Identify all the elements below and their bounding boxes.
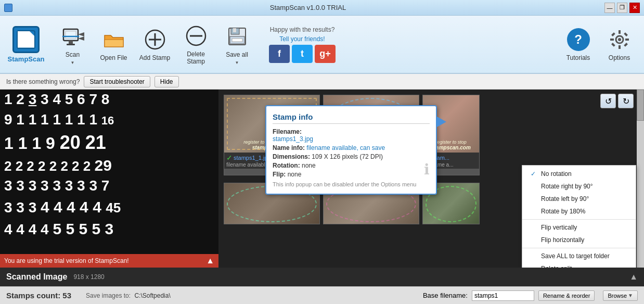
twitter-button[interactable]: t bbox=[292, 45, 313, 63]
close-button[interactable]: ✕ bbox=[629, 3, 640, 13]
stamps-count-bar: Stamps count: 53 Save images to: C:\Soft… bbox=[0, 286, 644, 304]
scan-label: Scan bbox=[66, 51, 80, 58]
nameinfo-label: Name info: bbox=[273, 144, 305, 151]
rename-reorder-button[interactable]: Rename & reorder bbox=[538, 290, 595, 301]
svg-rect-31 bbox=[624, 32, 628, 36]
tutorials-button[interactable]: ? Tutorials bbox=[559, 20, 598, 69]
googleplus-button[interactable]: g+ bbox=[315, 45, 336, 63]
stamp-numbers-3: 1 1 1 9 20 21 bbox=[0, 130, 218, 155]
add-stamp-label: Add Stamp bbox=[139, 54, 170, 61]
trial-text: You are using the trial version of Stamp… bbox=[4, 257, 129, 264]
notification-question: Is there something wrong? bbox=[6, 78, 80, 85]
troubleshooter-button[interactable]: Start troubleshooter bbox=[84, 76, 150, 87]
rotation-label: Rotation: bbox=[273, 162, 300, 169]
ctx-label-delete-split: Delete split bbox=[541, 265, 572, 268]
social-text-1: Happy with the results? bbox=[270, 26, 335, 33]
right-panel: ↺ ↻ register to stop watermarksstampscan… bbox=[218, 90, 644, 268]
ctx-rotate-right[interactable]: Rotate right by 90° bbox=[522, 180, 636, 193]
restore-button[interactable]: ❐ bbox=[617, 3, 627, 13]
svg-rect-4 bbox=[21, 37, 28, 39]
tutorials-label: Tutorials bbox=[566, 54, 590, 61]
save-svg bbox=[226, 25, 249, 48]
scrollbar-thumb[interactable] bbox=[637, 90, 644, 121]
ctx-label-rotate-left: Rotate left by 90° bbox=[541, 195, 589, 202]
svg-rect-29 bbox=[625, 39, 629, 41]
titlebar: StampScan v1.0.0 TRIAL — ❐ ✕ bbox=[0, 0, 644, 16]
delete-stamp-icon bbox=[184, 23, 209, 48]
rotate-right-button[interactable]: ↻ bbox=[618, 94, 634, 108]
ctx-label-flip-horizontal: Flip horizontally bbox=[541, 236, 584, 244]
scan-dropdown-arrow[interactable]: ▼ bbox=[71, 60, 75, 65]
delete-stamp-button[interactable]: Delete Stamp bbox=[176, 20, 215, 69]
context-menu: ✓ No rotation Rotate right by 90° Rotate… bbox=[522, 165, 636, 268]
ctx-rotate-left[interactable]: Rotate left by 90° bbox=[522, 193, 636, 205]
browse-button[interactable]: Browse ▼ bbox=[603, 290, 638, 301]
trial-banner: You are using the trial version of Stamp… bbox=[0, 254, 218, 268]
open-file-button[interactable]: Open File bbox=[94, 20, 133, 69]
ctx-delete-split[interactable]: Delete split bbox=[522, 262, 636, 268]
ctx-save-all[interactable]: Save ALL to target folder bbox=[522, 250, 636, 262]
popup-arrow bbox=[437, 117, 446, 127]
svg-rect-2 bbox=[20, 32, 29, 36]
nameinfo-value: filename available, can save bbox=[306, 144, 385, 151]
dimensions-label: Dimensions: bbox=[273, 153, 310, 160]
rotation-value: none bbox=[302, 162, 316, 169]
svg-rect-0 bbox=[17, 31, 35, 48]
stamp-numbers-2: 9 1 1 1 1 1 1 1 16 bbox=[0, 110, 218, 130]
ctx-rotate-180[interactable]: Rotate by 180% bbox=[522, 205, 636, 218]
hide-button[interactable]: Hide bbox=[154, 76, 179, 87]
svg-rect-10 bbox=[69, 41, 73, 44]
save-all-label: Save all bbox=[226, 51, 248, 58]
base-filename-input[interactable] bbox=[472, 290, 534, 301]
ctx-no-rotation[interactable]: ✓ No rotation bbox=[522, 168, 636, 180]
brand-logo-icon bbox=[16, 30, 36, 49]
rotate-buttons: ↺ ↻ bbox=[600, 94, 634, 108]
bottom-expand-button[interactable]: ▲ bbox=[629, 272, 638, 282]
stamp-numbers-6: 3 3 3 4 4 4 4 4 45 bbox=[0, 196, 218, 218]
info-row-flip: Flip: none bbox=[273, 171, 430, 178]
svg-rect-26 bbox=[619, 30, 621, 34]
dimensions-value: 109 X 126 pixels (72 DPI) bbox=[312, 153, 383, 160]
ctx-flip-horizontal[interactable]: Flip horizontally bbox=[522, 234, 636, 246]
right-scrollbar[interactable] bbox=[637, 90, 644, 268]
options-label: Options bbox=[609, 54, 630, 61]
gear-svg bbox=[609, 29, 630, 50]
check-icon-1: ✓ bbox=[226, 154, 233, 162]
stamps-count: Stamps count: 53 bbox=[6, 291, 71, 300]
flip-value: none bbox=[288, 171, 302, 178]
notification-bar: Is there something wrong? Start troubles… bbox=[0, 74, 644, 90]
add-stamp-button[interactable]: Add Stamp bbox=[135, 20, 174, 69]
save-to-path: C:\Softpedia\ bbox=[134, 292, 170, 299]
options-button[interactable]: Options bbox=[600, 20, 639, 69]
save-dropdown-arrow[interactable]: ▼ bbox=[235, 60, 239, 65]
open-file-icon bbox=[101, 27, 126, 52]
save-images-label: Save images to: C:\Softpedia\ bbox=[86, 292, 171, 299]
stamp-numbers-7: 4 4 4 4 5 5 5 5 3 bbox=[0, 218, 218, 240]
svg-rect-5 bbox=[21, 40, 28, 41]
save-all-button[interactable]: Save all ▼ bbox=[217, 20, 256, 69]
brand-label: StampScan bbox=[8, 55, 45, 63]
scan-button[interactable]: Scan ▼ bbox=[53, 20, 92, 69]
flip-label: Flip: bbox=[273, 171, 286, 178]
ctx-label-save-all: Save ALL to target folder bbox=[541, 252, 610, 260]
info-circle-icon: ℹ bbox=[424, 161, 430, 178]
main-content: 1 2 3 3 4 5 6 7 8 9 1 1 1 1 1 1 1 16 1 1… bbox=[0, 90, 644, 268]
rotate-left-button[interactable]: ↺ bbox=[600, 94, 616, 108]
info-note: This info popup can be disabled under th… bbox=[273, 181, 430, 187]
filename-value: stamps1_3.jpg bbox=[273, 135, 313, 143]
svg-rect-33 bbox=[624, 43, 628, 47]
social-link[interactable]: Tell your friends! bbox=[279, 35, 325, 43]
trial-expand-button[interactable]: ▲ bbox=[206, 256, 214, 265]
add-stamp-icon bbox=[143, 27, 168, 52]
info-row-rotation: Rotation: none bbox=[273, 162, 430, 169]
facebook-button[interactable]: f bbox=[269, 45, 290, 63]
base-filename-label: Base filename: bbox=[423, 292, 468, 299]
svg-rect-21 bbox=[233, 28, 236, 32]
svg-rect-6 bbox=[21, 42, 26, 43]
stamp-numbers-1: 1 2 3 3 4 5 6 7 8 bbox=[0, 90, 218, 110]
ctx-flip-vertical[interactable]: Flip vertically bbox=[522, 221, 636, 234]
minimize-button[interactable]: — bbox=[604, 3, 615, 13]
open-file-label: Open File bbox=[100, 54, 127, 61]
save-to-label: Save images to: bbox=[86, 292, 131, 299]
svg-rect-30 bbox=[611, 32, 615, 36]
